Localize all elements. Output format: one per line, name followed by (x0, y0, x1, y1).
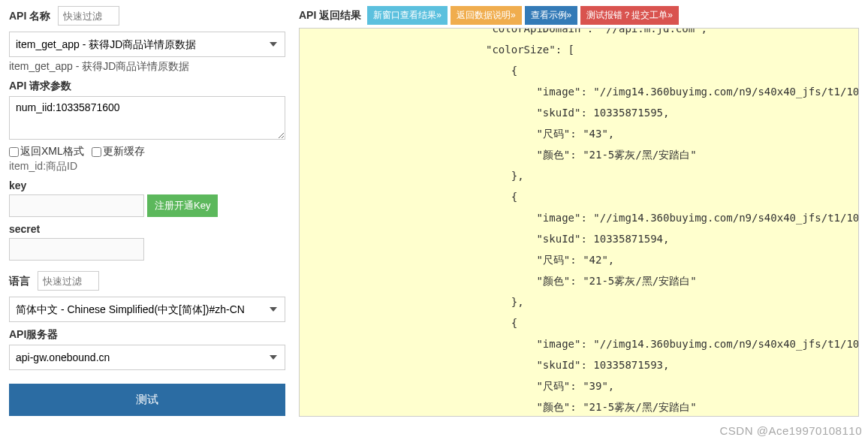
key-label: key (9, 179, 285, 191)
result-title: API 返回结果 (299, 9, 361, 23)
api-select-hint: item_get_app - 获得JD商品详情原数据 (9, 60, 285, 74)
lang-filter-input[interactable] (38, 271, 99, 291)
data-desc-button[interactable]: 返回数据说明» (451, 6, 522, 25)
api-select[interactable]: item_get_app - 获得JD商品详情原数据 (9, 32, 285, 57)
lang-select[interactable]: 简体中文 - Chinese Simplified(中文[简体])#zh-CN (9, 297, 285, 322)
lang-label: 语言 (9, 275, 30, 287)
api-name-label: API 名称 (9, 10, 50, 22)
result-header: API 返回结果 新窗口查看结果» 返回数据说明» 查看示例» 测试报错？提交工… (299, 6, 859, 25)
server-select[interactable]: api-gw.onebound.cn (9, 345, 285, 370)
register-key-button[interactable]: 注册开通Key (147, 194, 218, 217)
secret-label: secret (9, 223, 285, 235)
test-button[interactable]: 测试 (9, 384, 285, 416)
checkbox-xml[interactable] (9, 147, 19, 157)
watermark: CSDN @Ace19970108110 (719, 424, 862, 437)
result-json: "colorApiDomain": "//api.m.jd.com", "col… (300, 28, 858, 417)
new-window-button[interactable]: 新窗口查看结果» (367, 6, 448, 25)
param-hint: item_id:商品ID (9, 160, 285, 173)
checkbox-cache[interactable] (92, 147, 101, 157)
left-panel: API 名称 item_get_app - 获得JD商品详情原数据 item_g… (9, 6, 285, 417)
result-box[interactable]: "colorApiDomain": "//api.m.jd.com", "col… (299, 28, 859, 417)
secret-input[interactable] (9, 238, 144, 261)
right-panel: API 返回结果 新窗口查看结果» 返回数据说明» 查看示例» 测试报错？提交工… (299, 6, 859, 417)
checkbox-xml-label[interactable]: 返回XML格式 (9, 145, 84, 157)
params-label: API 请求参数 (9, 80, 285, 93)
api-name-filter-input[interactable] (58, 6, 119, 26)
example-button[interactable]: 查看示例» (525, 6, 578, 25)
params-textarea[interactable] (9, 96, 285, 140)
checkbox-cache-label[interactable]: 更新缓存 (92, 145, 145, 157)
key-input[interactable] (9, 194, 144, 217)
server-label: API服务器 (9, 328, 285, 342)
report-bug-button[interactable]: 测试报错？提交工单» (580, 6, 679, 25)
